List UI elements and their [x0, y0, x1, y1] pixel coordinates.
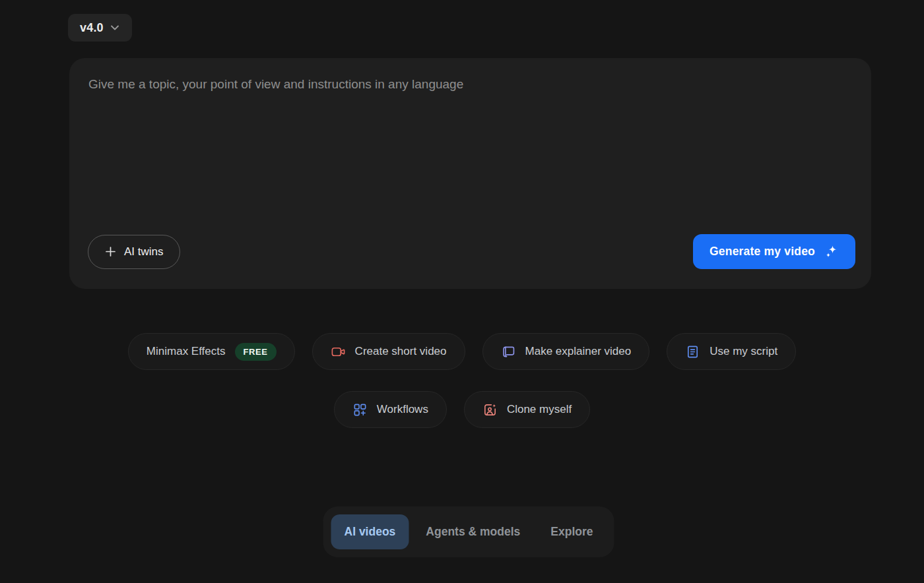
ai-twins-label: AI twins	[124, 245, 164, 259]
chip-workflows[interactable]: Workflows	[334, 391, 447, 428]
bottom-tab-bar: AI videos Agents & models Explore	[323, 506, 614, 557]
chip-create-short-video[interactable]: Create short video	[312, 333, 465, 370]
prompt-input[interactable]	[69, 58, 871, 223]
chip-minimax-effects[interactable]: Minimax Effects FREE	[128, 333, 295, 370]
tab-explore[interactable]: Explore	[537, 514, 606, 549]
video-camera-icon	[331, 344, 346, 359]
generate-video-button[interactable]: Generate my video	[693, 234, 855, 269]
sparkles-icon	[823, 244, 839, 260]
chips-row-1: Minimax Effects FREE Create short video …	[128, 333, 796, 370]
grid-plus-icon	[352, 402, 368, 417]
free-badge: FREE	[235, 343, 277, 361]
script-document-icon	[685, 344, 700, 359]
prompt-card: AI twins Generate my video	[69, 58, 871, 289]
chip-label: Minimax Effects	[147, 345, 226, 358]
chevron-down-icon	[110, 22, 120, 33]
tab-ai-videos[interactable]: AI videos	[331, 514, 409, 549]
suggestion-chips: Minimax Effects FREE Create short video …	[0, 333, 924, 428]
screen-document-icon	[501, 344, 516, 359]
chip-label: Clone myself	[507, 403, 572, 416]
chip-label: Create short video	[355, 345, 447, 358]
version-selector-button[interactable]: v4.0	[68, 14, 132, 42]
version-label: v4.0	[80, 21, 104, 35]
chip-label: Workflows	[377, 403, 428, 416]
chips-row-2: Workflows Clone myself	[334, 391, 590, 428]
chip-make-explainer-video[interactable]: Make explainer video	[482, 333, 650, 370]
generate-video-label: Generate my video	[710, 245, 815, 259]
prompt-card-toolbar: AI twins Generate my video	[88, 234, 855, 269]
chip-clone-myself[interactable]: Clone myself	[464, 391, 590, 428]
chip-label: Use my script	[710, 345, 777, 358]
tab-agents-models[interactable]: Agents & models	[412, 514, 533, 549]
ai-twins-button[interactable]: AI twins	[88, 235, 180, 269]
chip-use-my-script[interactable]: Use my script	[667, 333, 796, 370]
chip-label: Make explainer video	[525, 345, 632, 358]
plus-icon	[104, 245, 117, 258]
person-sparkle-icon	[482, 402, 498, 417]
